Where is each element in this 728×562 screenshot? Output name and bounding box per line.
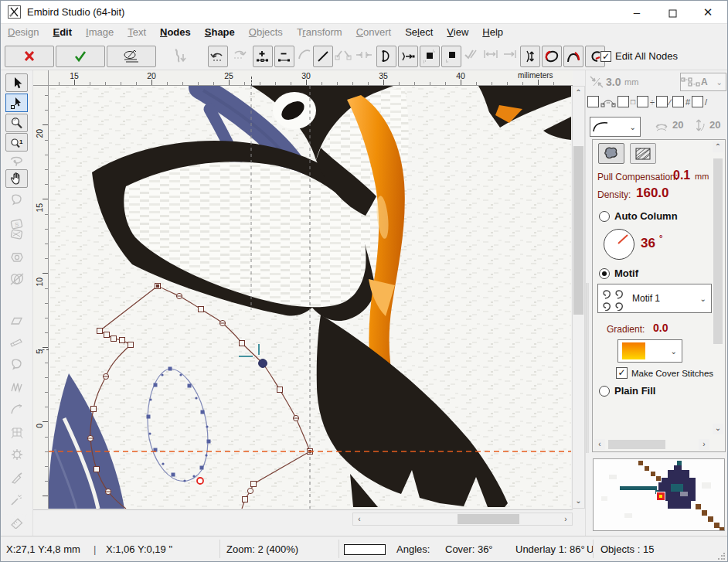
curve-type-combo[interactable]: ⌄ — [590, 117, 641, 137]
motif-radio[interactable] — [599, 268, 610, 279]
arch-curve-button[interactable] — [563, 46, 583, 67]
angle-value[interactable]: 36 — [641, 236, 655, 251]
menu-text[interactable]: Text — [121, 24, 153, 40]
panel-scroll-down-icon[interactable]: ⌄ — [713, 424, 723, 434]
angle-dial[interactable] — [604, 229, 634, 260]
panel-hscroll-thumb[interactable] — [608, 440, 665, 449]
generate-stitches-button[interactable] — [107, 46, 156, 67]
vscroll-thumb[interactable] — [573, 146, 583, 315]
pull-compensation-value[interactable]: 0.1 — [673, 169, 690, 182]
apply-button[interactable] — [56, 46, 105, 67]
undo-button[interactable] — [208, 46, 228, 67]
preview-cursor-marker — [656, 492, 665, 501]
plain-fill-radio[interactable] — [599, 386, 610, 397]
start-node[interactable] — [197, 478, 203, 484]
maximize-button[interactable] — [655, 1, 690, 24]
smooth-node-button[interactable] — [441, 46, 461, 67]
corner-node-button[interactable] — [420, 46, 440, 67]
close-shape-button[interactable] — [376, 46, 396, 67]
canvas-vscrollbar[interactable]: ⌃ ⌄ — [572, 86, 585, 509]
ruler-label: 15 — [70, 71, 79, 80]
cover-angle: Cover: 36° — [445, 543, 493, 555]
zoom-tool-button[interactable] — [5, 114, 28, 132]
coords-divider: | — [94, 543, 96, 555]
panel-scroll-left-icon[interactable]: ‹ — [594, 439, 605, 450]
ruler-label: 10 — [35, 278, 44, 287]
resize-grip[interactable] — [717, 553, 725, 560]
scroll-up-icon[interactable]: ⌃ — [573, 87, 584, 99]
menu-edit[interactable]: Edit — [46, 24, 79, 40]
minimize-button[interactable]: – — [619, 1, 655, 24]
auto-column-radio[interactable] — [599, 211, 610, 222]
cancel-button[interactable] — [5, 46, 54, 67]
stitch-length-icon — [589, 75, 604, 89]
gradient-value[interactable]: 0.0 — [653, 322, 668, 334]
panel-vscroll-thumb[interactable] — [713, 158, 723, 344]
stitch-direction-button[interactable] — [398, 46, 418, 67]
curve-height-icon — [694, 118, 706, 134]
select-tool-button[interactable] — [5, 73, 28, 92]
panel-scroll-right-icon[interactable]: › — [699, 439, 709, 450]
pull-compensation-unit: mm — [695, 172, 709, 181]
slash-node-checkbox[interactable] — [692, 96, 703, 107]
scroll-right-icon[interactable]: › — [560, 513, 572, 525]
motif-fill-toggle[interactable] — [598, 143, 624, 164]
hscroll-thumb[interactable] — [458, 514, 519, 524]
menu-image[interactable]: Image — [79, 24, 121, 40]
menu-convert[interactable]: Convert — [349, 24, 399, 40]
color-swatch — [622, 342, 645, 359]
ellipse-arc-button[interactable] — [542, 46, 562, 67]
objects-count: Objects : 15 — [600, 543, 654, 555]
density-label: Density: — [597, 189, 631, 200]
motif-combo[interactable]: Motif 1 ⌄ — [597, 284, 712, 313]
ruler-label: 30 — [301, 71, 311, 80]
zoom-1to1-button[interactable]: 1 — [5, 133, 28, 152]
underlay2-clipped: U — [587, 543, 593, 555]
arc-curve-icon — [590, 120, 612, 134]
panel-splitter[interactable] — [587, 283, 589, 453]
delete-node-button[interactable] — [274, 46, 294, 67]
menu-help[interactable]: Help — [475, 24, 510, 40]
curve-width-icon — [654, 119, 669, 133]
cross-node-checkbox[interactable] — [637, 96, 648, 107]
line-segment-button[interactable] — [313, 46, 333, 67]
coords-inch: X:1,06 Y:0,19 " — [106, 543, 172, 555]
make-cover-stitches-option[interactable]: ✓ Make Cover Stitches — [616, 367, 713, 379]
menu-view[interactable]: View — [440, 24, 475, 40]
canvas-hscrollbar[interactable]: ‹ › — [352, 513, 573, 526]
slope-node-checkbox[interactable] — [656, 96, 668, 107]
window-title: Embird Studio (64-bit) — [27, 6, 124, 18]
design-preview[interactable] — [593, 458, 725, 531]
panel-scroll-up-icon[interactable]: ⌃ — [713, 141, 723, 152]
mouse-x-marker — [251, 77, 252, 86]
scroll-left-icon[interactable]: ‹ — [353, 513, 366, 525]
menu-transform[interactable]: Transform — [290, 24, 349, 40]
edit-nodes-tool-button[interactable] — [5, 94, 28, 112]
design-canvas[interactable] — [49, 86, 571, 509]
pan-tool-button[interactable] — [5, 169, 28, 188]
motif-selected: Motif 1 — [632, 293, 660, 304]
vertical-fit-button[interactable] — [520, 46, 540, 67]
thread-color-swatch[interactable] — [344, 544, 386, 555]
menu-select[interactable]: Select — [398, 24, 440, 40]
insert-stitch-icon — [169, 48, 188, 65]
square-node-checkbox[interactable] — [617, 96, 629, 107]
edit-all-nodes-checkbox[interactable]: ✓Edit All Nodes — [600, 50, 678, 62]
hash-node-checkbox[interactable] — [672, 96, 684, 107]
split-segment-icon — [335, 48, 352, 62]
gradient-color-combo[interactable]: ⌄ — [617, 339, 682, 363]
add-node-button[interactable] — [253, 46, 273, 67]
menu-objects[interactable]: Objects — [242, 24, 290, 40]
title-bar[interactable]: Embird Studio (64-bit) – ✕ — [1, 1, 727, 24]
scroll-down-icon[interactable]: ⌄ — [573, 496, 584, 508]
node-type-combo[interactable]: A ⌄ — [680, 73, 726, 91]
density-value[interactable]: 160.0 — [636, 186, 669, 201]
app-window: Embird Studio (64-bit) – ✕ DesignEditIma… — [0, 0, 728, 562]
pattern-fill-toggle[interactable] — [630, 143, 656, 164]
close-button[interactable]: ✕ — [690, 1, 726, 24]
menu-nodes[interactable]: Nodes — [153, 24, 198, 40]
smooth-arc-checkbox[interactable] — [587, 96, 599, 107]
menu-shape[interactable]: Shape — [198, 24, 242, 40]
motif-swirl-icon — [598, 286, 632, 311]
menu-design[interactable]: Design — [1, 24, 46, 40]
